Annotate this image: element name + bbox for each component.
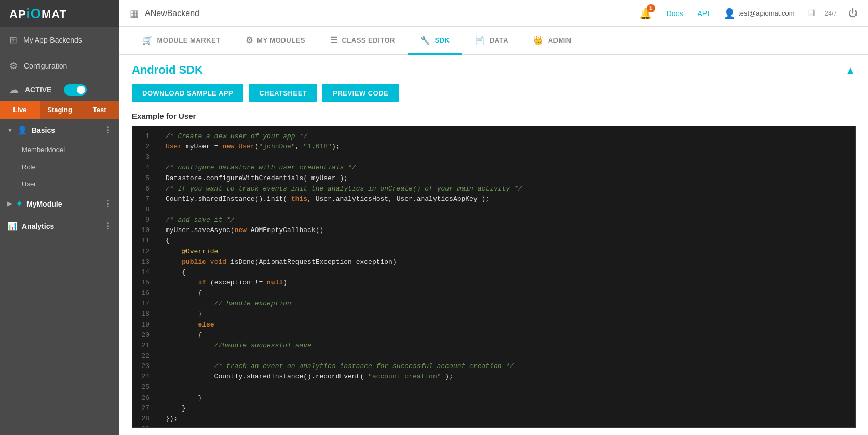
support-label[interactable]: 24/7: [825, 10, 837, 17]
tab-class-editor[interactable]: ☰ CLASS EDITOR: [318, 27, 408, 55]
example-label: Example for User: [132, 110, 856, 126]
more-icon[interactable]: ⋮: [104, 125, 112, 135]
cheatsheet-button[interactable]: CHEATSHEET: [249, 84, 317, 102]
action-buttons: DOWNLOAD SAMPLE APP CHEATSHEET PREVIEW C…: [132, 77, 856, 110]
env-tab-staging[interactable]: Staging: [40, 101, 80, 119]
sidebar-item-app-backends[interactable]: ⊞ My App-Backends: [0, 27, 119, 53]
preview-code-button[interactable]: PREVIEW CODE: [322, 84, 399, 102]
tab-data-label: DATA: [490, 36, 508, 44]
api-link[interactable]: API: [697, 9, 709, 18]
tab-my-modules-label: MY MODULES: [257, 36, 305, 44]
chevron-right-icon: ▶: [7, 200, 11, 207]
module-icon: ✦: [16, 199, 22, 209]
power-button[interactable]: ⏻: [848, 8, 858, 19]
cart-icon: 🛒: [142, 35, 153, 45]
sidebar-item-analytics[interactable]: 📊 Analytics ⋮: [0, 215, 119, 237]
tab-admin-label: ADMIN: [548, 36, 572, 44]
cloud-icon: ☁: [9, 84, 19, 96]
header: ▦ ANewBackend 🔔 1 Docs API 👤 test@apioma…: [119, 0, 868, 27]
active-toggle-row: ☁ ACTIVE: [0, 79, 119, 101]
monitor-button[interactable]: 🖥: [806, 8, 816, 19]
user-email: test@apiomat.com: [738, 9, 795, 17]
more-icon-2[interactable]: ⋮: [104, 199, 112, 209]
modules-gear-icon: ⚙: [246, 35, 253, 45]
section-basics-header[interactable]: ▼ 👤 Basics ⋮: [0, 119, 119, 141]
collapse-arrow-icon[interactable]: ▲: [845, 64, 856, 76]
more-icon-3[interactable]: ⋮: [104, 221, 112, 231]
code-content[interactable]: 12345 678910 1112131415 1617181920 21222…: [132, 126, 855, 427]
sdk-sub-header: Android SDK ▲: [132, 55, 856, 77]
sdk-icon: 🔧: [420, 35, 431, 45]
notif-badge: 1: [647, 4, 655, 12]
sdk-title: Android SDK: [132, 63, 203, 77]
section-mymodule-label: MyModule: [26, 200, 62, 208]
tab-sdk[interactable]: 🔧 SDK: [408, 27, 462, 55]
active-toggle[interactable]: [64, 84, 87, 96]
line-numbers: 12345 678910 1112131415 1617181920 21222…: [132, 126, 157, 427]
sidebar-sub-member-model[interactable]: MemberModel: [0, 141, 119, 158]
gear-icon: ⚙: [9, 60, 18, 72]
tab-module-market-label: MODULE MARKET: [157, 36, 221, 44]
section-basics: ▼ 👤 Basics ⋮ MemberModel Role User: [0, 119, 119, 193]
tab-module-market[interactable]: 🛒 MODULE MARKET: [130, 27, 233, 55]
sidebar-item-configuration[interactable]: ⚙ Configuration: [0, 53, 119, 79]
sidebar-item-label: My App-Backends: [23, 36, 82, 44]
env-tab-test[interactable]: Test: [79, 101, 119, 119]
content-area: Android SDK ▲ DOWNLOAD SAMPLE APP CHEATS…: [119, 55, 868, 435]
user-avatar-icon: 👤: [724, 8, 735, 19]
logo: APiOMAT: [0, 0, 119, 27]
editor-icon: ☰: [330, 35, 338, 45]
sidebar: APiOMAT ⊞ My App-Backends ⚙ Configuratio…: [0, 0, 119, 435]
user-info: 👤 test@apiomat.com: [724, 8, 795, 19]
tab-class-editor-label: CLASS EDITOR: [342, 36, 395, 44]
active-label: ACTIVE: [25, 86, 51, 94]
notification-bell[interactable]: 🔔 1: [639, 7, 652, 20]
tab-my-modules[interactable]: ⚙ MY MODULES: [233, 27, 318, 55]
sidebar-sub-user[interactable]: User: [0, 175, 119, 193]
header-backend-name: ANewBackend: [145, 9, 199, 18]
analytics-icon: 📊: [7, 221, 18, 231]
data-icon: 📄: [474, 35, 485, 45]
admin-icon: 👑: [533, 35, 544, 45]
content-inner: Android SDK ▲ DOWNLOAD SAMPLE APP CHEATS…: [119, 55, 868, 435]
docs-link[interactable]: Docs: [667, 9, 683, 18]
sidebar-sub-role[interactable]: Role: [0, 158, 119, 175]
analytics-label: Analytics: [22, 222, 54, 230]
section-mymodule-header[interactable]: ▶ ✦ MyModule ⋮: [0, 193, 119, 215]
code-editor: 12345 678910 1112131415 1617181920 21222…: [132, 126, 856, 428]
chevron-down-icon: ▼: [7, 127, 13, 133]
code-block: /* Create a new user of your app */User …: [157, 126, 855, 427]
main-area: ▦ ANewBackend 🔔 1 Docs API 👤 test@apioma…: [119, 0, 868, 435]
section-mymodule: ▶ ✦ MyModule ⋮: [0, 193, 119, 215]
backend-icon: ▦: [130, 8, 139, 19]
env-tab-live[interactable]: Live: [0, 101, 40, 119]
tab-admin[interactable]: 👑 ADMIN: [521, 27, 584, 55]
env-tabs: Live Staging Test: [0, 101, 119, 119]
sidebar-item-label: Configuration: [24, 62, 67, 70]
tab-sdk-label: SDK: [435, 36, 450, 44]
download-sample-button[interactable]: DOWNLOAD SAMPLE APP: [132, 84, 243, 102]
nav-tabs: 🛒 MODULE MARKET ⚙ MY MODULES ☰ CLASS EDI…: [119, 27, 868, 55]
user-icon: 👤: [17, 125, 28, 135]
grid-icon: ⊞: [9, 34, 17, 46]
tab-data[interactable]: 📄 DATA: [462, 27, 521, 55]
section-basics-label: Basics: [32, 126, 55, 134]
